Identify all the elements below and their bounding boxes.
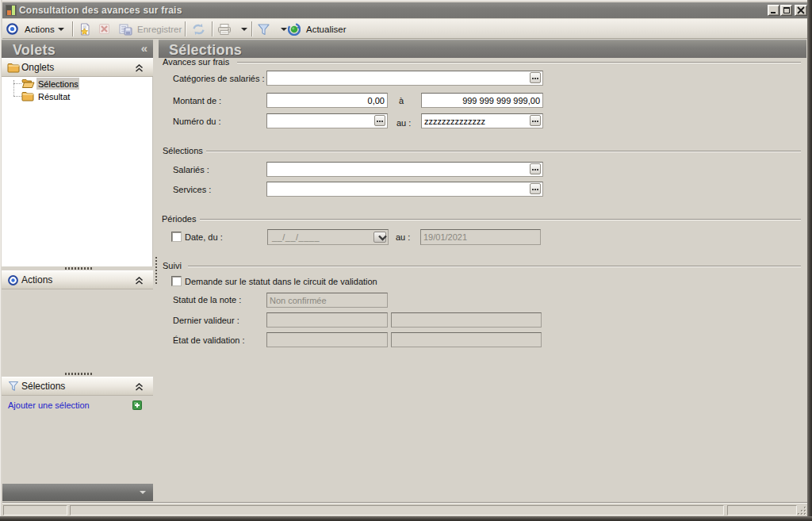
salaries-input[interactable] [266, 162, 543, 177]
group-line [188, 266, 801, 267]
sidebar-header: Volets « [2, 40, 153, 58]
etat-validation-input-2 [391, 332, 542, 347]
status-bar [2, 502, 807, 516]
au-label: au : [396, 118, 411, 128]
ellipsis-icon [532, 169, 534, 170]
minimize-icon [771, 12, 776, 13]
filter-icon [257, 23, 270, 36]
categories-browse-button[interactable] [530, 72, 541, 83]
actions-caret-icon [58, 28, 64, 31]
window-title: Consultation des avances sur frais [19, 5, 182, 16]
numero-au-input[interactable] [421, 113, 543, 128]
toolbar-separator [72, 21, 74, 36]
group-label-suivi: Suivi [163, 261, 182, 270]
actions-target-icon [8, 275, 18, 285]
date-du-combo: __/__/____ [267, 229, 389, 245]
montant-label: Montant de : [173, 96, 221, 105]
actions-icon [6, 23, 18, 35]
tree-item-label: Sélections [38, 79, 79, 89]
refresh-button[interactable]: Actualiser [288, 19, 347, 39]
collapse-section-icon[interactable] [135, 277, 144, 285]
actions-section-label: Actions [21, 274, 52, 285]
categories-label: Catégories de salariés : [173, 74, 265, 83]
add-selection-link[interactable]: Ajouter une sélection [8, 400, 90, 410]
salaries-browse-button[interactable] [530, 163, 541, 174]
toolbar-separator [212, 21, 213, 36]
montant-a-input[interactable] [421, 93, 543, 108]
delete-icon [98, 23, 110, 35]
selections-section-label: Sélections [21, 381, 65, 392]
periodes-au-label: au : [396, 232, 410, 242]
group-label-avances: Avances sur frais [163, 57, 229, 67]
print-caret-icon [241, 28, 247, 31]
collapse-section-icon[interactable] [135, 383, 144, 391]
close-icon [797, 6, 805, 14]
collapse-sidebar-button[interactable]: « [141, 41, 147, 55]
numero-du-browse-button[interactable] [374, 115, 385, 126]
numero-du-input[interactable] [266, 113, 388, 128]
etat-validation-label: État de validation : [173, 335, 245, 345]
open-folder-icon [21, 78, 35, 89]
vertical-splitter-grip[interactable] [155, 257, 157, 285]
group-line [237, 62, 801, 63]
close-button[interactable] [795, 5, 807, 16]
title-bar[interactable]: Consultation des avances sur frais [2, 2, 807, 18]
date-du-label: Date, du : [185, 232, 223, 242]
minimize-button[interactable] [768, 5, 779, 16]
salaries-label: Salariés : [173, 165, 209, 174]
dernier-valideur-label: Dernier valideur : [173, 316, 239, 325]
selections-section-header[interactable]: Sélections [2, 377, 153, 396]
filter-button[interactable] [257, 19, 287, 39]
filter-small-icon [8, 381, 19, 392]
ellipsis-icon [532, 121, 534, 122]
services-input[interactable] [266, 182, 543, 197]
actions-section-header[interactable]: Actions [2, 270, 153, 289]
panel-collapse-bar[interactable] [2, 484, 153, 501]
window-frame-bottom [0, 516, 812, 521]
new-note-icon [79, 23, 91, 36]
ellipsis-icon [377, 121, 378, 122]
montant-de-input[interactable] [266, 93, 388, 108]
sync-icon [192, 23, 205, 36]
demande-checkbox[interactable] [171, 276, 182, 286]
folder-icon [7, 62, 20, 73]
maximize-button[interactable] [780, 5, 792, 16]
print-button[interactable] [217, 19, 247, 39]
actions-menu-button[interactable]: Actions [6, 19, 64, 39]
resize-grip-icon[interactable] [797, 506, 806, 515]
group-line [200, 219, 801, 220]
horizontal-splitter-grip[interactable] [65, 267, 92, 270]
tree-item-selections[interactable]: Sélections [2, 78, 153, 90]
new-note-button[interactable] [79, 19, 91, 39]
delete-button [98, 19, 110, 39]
a-label: à [399, 96, 404, 105]
save-icon [119, 23, 132, 36]
categories-input[interactable] [266, 71, 543, 86]
tree-item-resultat[interactable]: Résultat [2, 90, 153, 103]
services-label: Services : [173, 185, 211, 194]
refresh-icon [288, 23, 301, 36]
collapse-section-icon[interactable] [135, 64, 144, 72]
date-au-input [420, 229, 541, 245]
services-browse-button[interactable] [530, 183, 541, 194]
date-checkbox[interactable] [171, 232, 182, 242]
group-label-periodes: Périodes [162, 214, 196, 224]
ellipsis-icon [532, 78, 534, 79]
dernier-valideur-input-1 [266, 312, 388, 328]
save-button: Enregistrer [119, 19, 182, 39]
numero-label: Numéro du : [173, 117, 221, 126]
numero-au-browse-button[interactable] [530, 115, 541, 126]
add-selection-icon[interactable] [132, 400, 142, 410]
maximize-icon [783, 7, 790, 13]
onglets-section-label: Onglets [21, 62, 54, 73]
sync-button [192, 19, 205, 39]
sidebar-header-title: Volets [13, 42, 56, 59]
onglets-section-header[interactable]: Onglets [2, 58, 153, 77]
page-title: Sélections [169, 42, 242, 59]
toolbar-separator [251, 21, 253, 36]
demande-label: Demande sur le statut dans le circuit de… [185, 277, 377, 286]
group-label-selections: Sélections [163, 146, 203, 155]
printer-icon [217, 23, 232, 36]
horizontal-splitter-grip[interactable] [65, 373, 92, 375]
chevron-down-icon [140, 491, 146, 494]
